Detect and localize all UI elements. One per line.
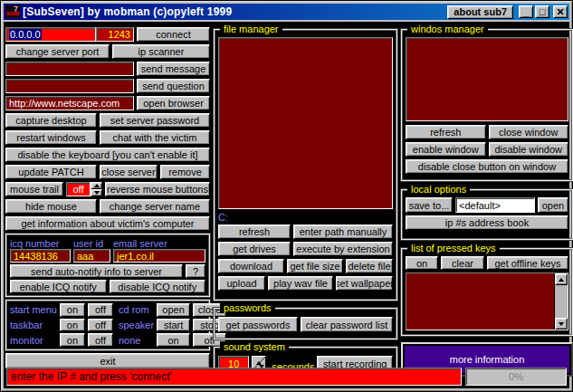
- monitor-label: monitor: [10, 333, 57, 347]
- execute-by-extension-button[interactable]: execute by extension: [293, 242, 393, 256]
- reverse-mouse-buttons-button[interactable]: reverse mouse buttons: [105, 182, 210, 196]
- file-list[interactable]: [218, 37, 393, 209]
- spinner-down-button[interactable]: [91, 189, 102, 196]
- open-browser-button[interactable]: open browser: [137, 96, 210, 110]
- middle-column: file manager C: refresh enter path manua…: [214, 29, 397, 381]
- get-passwords-button[interactable]: get passwords: [218, 317, 298, 332]
- send-message-button[interactable]: send message: [137, 62, 210, 76]
- window-title: [SubSeven] by mobman (c)opyleft 1999: [23, 5, 447, 18]
- ip-input[interactable]: 0.0.0.0: [5, 27, 96, 42]
- up-arrow-icon: [94, 184, 100, 187]
- update-patch-button[interactable]: update PATCH: [5, 165, 97, 179]
- maximize-button[interactable]: □: [535, 5, 549, 18]
- spinner-up-button[interactable]: [91, 182, 102, 189]
- clear-password-list-button[interactable]: clear password list: [301, 317, 393, 332]
- monitor-off-button[interactable]: off: [88, 333, 113, 347]
- scroll-track[interactable]: [555, 285, 568, 318]
- set-server-password-button[interactable]: set server password: [100, 113, 210, 128]
- restart-windows-button[interactable]: restart windows: [5, 130, 97, 145]
- icq-notify-group: icq number user id email server 14438136…: [5, 234, 210, 297]
- cd-rom-open-button[interactable]: open: [157, 303, 190, 317]
- ip-address-book-button[interactable]: ip #s address book: [406, 215, 568, 230]
- ip-value: 0.0.0.0: [9, 29, 42, 40]
- status-bar: enter the IP # and press 'connect' 0%: [6, 368, 567, 386]
- get-drives-button[interactable]: get drives: [218, 242, 291, 256]
- open-button[interactable]: open: [538, 197, 568, 213]
- change-server-name-button[interactable]: change server name: [100, 199, 210, 214]
- mouse-trail-button[interactable]: mouse trail: [5, 182, 63, 196]
- disable-close-button-button[interactable]: disable close button on window: [406, 159, 568, 174]
- about-sub7-button[interactable]: about sub7: [447, 5, 513, 19]
- passwords-group: passwords get passwords clear password l…: [214, 308, 397, 339]
- save-to-button[interactable]: save to...: [406, 197, 453, 213]
- sub7-logo-icon: 7 sub: [5, 5, 20, 18]
- connect-button[interactable]: connect: [137, 27, 210, 42]
- taskbar-off-button[interactable]: off: [88, 319, 113, 332]
- mouse-trail-value[interactable]: off: [66, 182, 91, 196]
- file-manager-group: file manager C: refresh enter path manua…: [214, 29, 397, 301]
- taskbar-on-button[interactable]: on: [60, 319, 85, 332]
- get-offline-keys-button[interactable]: get offline keys: [487, 256, 568, 270]
- send-auto-notify-button[interactable]: send auto-notify info to server: [10, 264, 183, 278]
- windows-list[interactable]: [406, 37, 568, 121]
- wm-refresh-button[interactable]: refresh: [406, 125, 486, 139]
- file-manager-title: file manager: [220, 24, 282, 34]
- enable-icq-notify-button[interactable]: enable ICQ notify: [10, 280, 107, 293]
- disable-icq-notify-button[interactable]: disable ICQ notify: [110, 280, 206, 293]
- url-input[interactable]: http://www.netscape.com: [5, 96, 134, 110]
- exit-button[interactable]: exit: [5, 353, 210, 368]
- save-target-input[interactable]: <default>: [455, 197, 535, 213]
- capture-desktop-button[interactable]: capture desktop: [5, 113, 97, 128]
- chat-with-victim-button[interactable]: chat with the victim: [100, 130, 210, 145]
- scroll-up-button[interactable]: [555, 273, 568, 285]
- disable-window-button[interactable]: disable window: [489, 142, 569, 157]
- keys-clear-button[interactable]: clear: [441, 256, 484, 270]
- send-question-button[interactable]: send question: [137, 79, 210, 93]
- scroll-down-button[interactable]: [555, 318, 568, 330]
- enable-window-button[interactable]: enable window: [406, 142, 486, 157]
- help-button[interactable]: ?: [186, 264, 205, 278]
- set-wallpaper-button[interactable]: set wallpaper: [336, 276, 393, 291]
- taskbar-label: taskbar: [10, 319, 57, 332]
- delete-file-button[interactable]: delete file: [346, 259, 393, 273]
- hide-mouse-button[interactable]: hide mouse: [5, 199, 97, 214]
- pressed-keys-title: list of pressed keys: [407, 243, 500, 253]
- minimize-button[interactable]: _: [519, 5, 533, 18]
- none-on-button[interactable]: on: [157, 333, 190, 347]
- enter-path-manually-button[interactable]: enter path manually: [293, 225, 393, 239]
- get-file-size-button[interactable]: get file size: [287, 259, 343, 273]
- disable-keyboard-button[interactable]: disable the keyboard [you can't enable i…: [5, 148, 210, 162]
- up-arrow-icon: [559, 278, 564, 282]
- start-menu-off-button[interactable]: off: [88, 303, 113, 317]
- pressed-keys-area[interactable]: [406, 273, 554, 330]
- close-server-button[interactable]: close server: [100, 165, 158, 179]
- question-input[interactable]: [5, 79, 134, 93]
- icq-number-input[interactable]: 14438136: [10, 249, 71, 263]
- none-label: none: [119, 333, 154, 347]
- ip-scanner-button[interactable]: ip scanner: [112, 44, 210, 59]
- speaker-start-button[interactable]: start: [157, 319, 190, 332]
- right-column: windos manager refresh close window enab…: [401, 29, 573, 377]
- message-input[interactable]: [5, 62, 134, 76]
- keys-on-button[interactable]: on: [406, 256, 438, 270]
- remove-button[interactable]: remove: [160, 165, 210, 179]
- close-window-button[interactable]: close window: [489, 125, 569, 139]
- passwords-title: passwords: [220, 302, 275, 313]
- start-menu-on-button[interactable]: on: [60, 303, 85, 317]
- client-area: 0.0.0.0 1243 connect change server port …: [4, 22, 569, 388]
- play-wav-file-button[interactable]: play wav file: [268, 276, 333, 291]
- vertical-scrollbar[interactable]: [554, 273, 568, 330]
- change-server-port-button[interactable]: change server port: [5, 44, 110, 59]
- close-button[interactable]: ✕: [553, 5, 568, 18]
- port-input[interactable]: 1243: [96, 27, 134, 42]
- progress-indicator: 0%: [465, 368, 567, 386]
- get-victim-info-button[interactable]: get information about victim's computer: [5, 216, 210, 231]
- monitor-on-button[interactable]: on: [60, 333, 85, 347]
- user-id-input[interactable]: aaa: [73, 249, 110, 263]
- local-options-title: local options: [407, 184, 470, 195]
- down-arrow-icon: [94, 191, 100, 195]
- email-server-input[interactable]: jer1.co.il: [113, 249, 205, 263]
- download-button[interactable]: download: [218, 259, 284, 273]
- fm-refresh-button[interactable]: refresh: [218, 225, 291, 239]
- upload-button[interactable]: upload: [218, 276, 265, 291]
